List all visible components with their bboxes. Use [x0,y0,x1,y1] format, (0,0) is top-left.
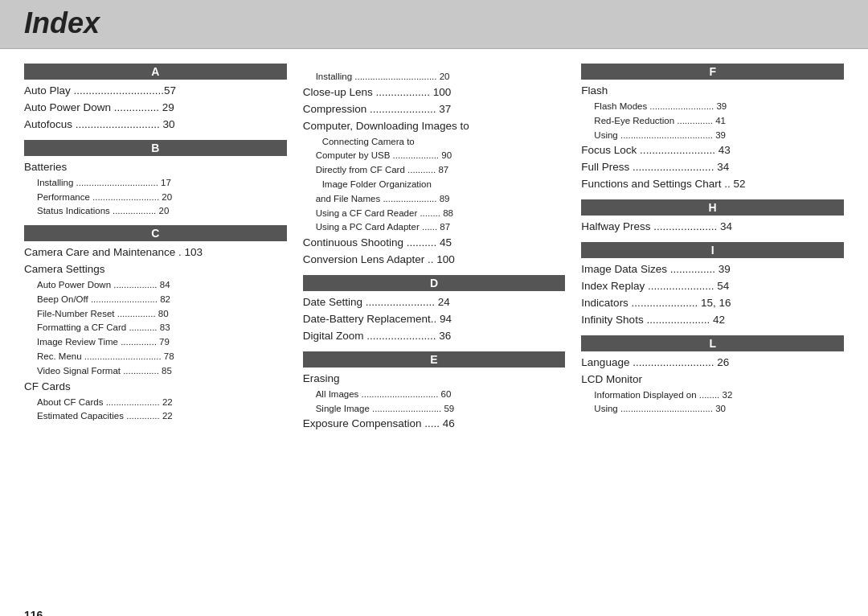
entry-autofocus: Autofocus ............................ 3… [24,117,287,133]
entry-exposure-comp: Exposure Compensation ..... 46 [303,416,566,433]
entry-closeup-lens: Close-up Lens .................. 100 [303,84,566,101]
section-header-b: B [24,140,287,156]
entry-auto-play: Auto Play ..............................… [24,83,287,100]
column-2: Installing .............................… [295,64,574,601]
entry-focus-lock: Focus Lock ......................... 43 [581,142,844,159]
section-header-l: L [581,335,844,351]
entry-computer-usb: Computer by USB .................. 90 [303,149,566,163]
entry-lcd-using: Using ..................................… [581,402,844,417]
entry-camera-care: Camera Care and Maintenance . 103 [24,244,287,261]
entry-cf-cards: CF Cards [24,379,287,396]
entry-pc-adapter: Using a PC Card Adapter ...... 87 [303,220,566,235]
title-bar: Index [0,0,868,49]
section-header-h: H [581,199,844,216]
entry-erasing: Erasing [303,371,566,388]
section-header-f: F [581,64,844,80]
section-header-d: D [303,275,566,291]
entry-file-number: File-Number Reset ............... 80 [24,307,287,322]
entry-halfway-press: Halfway Press ..................... 34 [581,219,844,236]
entry-flash-modes: Flash Modes ......................... 39 [581,100,844,114]
entry-beep: Beep On/Off .......................... 8… [24,293,287,307]
entry-batteries: Batteries [24,159,287,176]
entry-camera-settings: Camera Settings [24,261,287,278]
section-header-e: E [303,351,566,368]
section-header-c: C [24,225,287,241]
entry-video-signal: Video Signal Format .............. 85 [24,364,287,379]
entry-lcd-monitor: LCD Monitor [581,372,844,388]
entry-flash-using: Using ..................................… [581,129,844,143]
entry-index-replay: Index Replay ...................... 54 [581,278,844,295]
section-header-a: A [24,64,287,80]
entry-batteries-performance: Performance .......................... 2… [24,191,287,205]
entry-connecting-camera: Connecting Camera to [303,135,566,150]
entry-computer-downloading: Computer, Downloading Images to [303,118,566,135]
entry-file-names: and File Names ..................... 89 [303,192,566,207]
page-number: 116 [0,609,868,616]
entry-infinity-shots: Infinity Shots ..................... 42 [581,312,844,329]
entry-auto-power-down-sub: Auto Power Down ................. 84 [24,278,287,293]
entry-indicators: Indicators ...................... 15, 16 [581,295,844,312]
entry-conversion-lens: Conversion Lens Adapter .. 100 [303,252,566,269]
entry-format-cf: Formatting a CF Card ........... 83 [24,321,287,335]
entry-cf-reader: Using a CF Card Reader ........ 88 [303,207,566,221]
entry-date-battery: Date-Battery Replacement.. 94 [303,311,566,328]
entry-image-data-sizes: Image Data Sizes ............... 39 [581,261,844,278]
entry-directly-cf: Directly from CF Card ........... 87 [303,163,566,178]
entry-language: Language ........................... 26 [581,355,844,372]
column-1: A Auto Play ............................… [24,64,295,601]
entry-functions-settings: Functions and Settings Chart .. 52 [581,176,844,193]
column-3: F Flash Flash Modes ....................… [573,64,844,601]
entry-about-cf: About CF Cards ..................... 22 [24,396,287,410]
entry-full-press: Full Press ........................... 3… [581,159,844,176]
entry-image-review: Image Review Time .............. 79 [24,335,287,350]
entry-date-setting: Date Setting ....................... 24 [303,294,566,311]
page-title: Index [24,6,844,40]
entry-image-folder: Image Folder Organization [303,178,566,192]
entry-batteries-status: Status Indications ................. 20 [24,204,287,219]
entry-batteries-installing: Installing .............................… [24,176,287,191]
entry-red-eye: Red-Eye Reduction .............. 41 [581,114,844,129]
entry-all-images: All Images .............................… [303,388,566,402]
entry-flash: Flash [581,83,844,100]
entry-rec-menu: Rec. Menu ..............................… [24,350,287,364]
entry-estimated-cap: Estimated Capacities ............. 22 [24,409,287,424]
entry-auto-power-down: Auto Power Down ............... 29 [24,100,287,117]
entry-compression: Compression ...................... 37 [303,101,566,118]
entry-single-image: Single Image ...........................… [303,402,566,417]
entry-info-displayed: Information Displayed on ........ 32 [581,388,844,403]
section-header-i: I [581,242,844,258]
entry-installing-top: Installing .............................… [303,70,566,84]
entry-continuous-shooting: Continuous Shooting .......... 45 [303,235,566,252]
entry-digital-zoom: Digital Zoom ....................... 36 [303,328,566,345]
